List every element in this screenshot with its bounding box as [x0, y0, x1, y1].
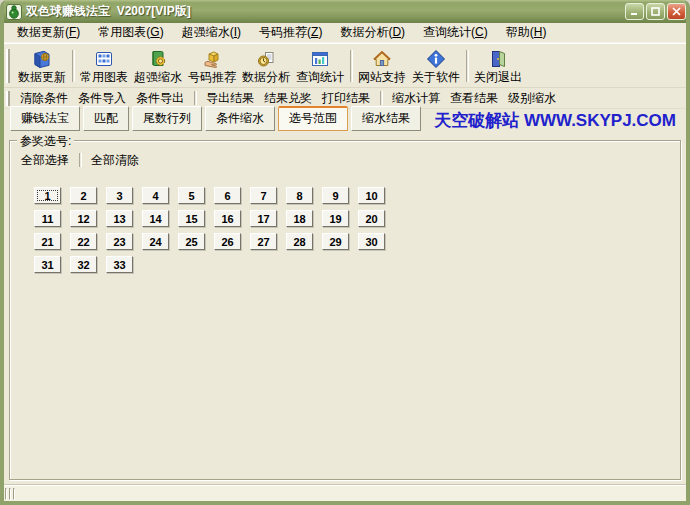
number-button[interactable]: 8 [286, 187, 313, 204]
website-support-icon [372, 48, 392, 69]
menu-item-label: 号码推荐 [259, 25, 307, 39]
website-support-button[interactable]: 网站支持 [355, 46, 409, 86]
menu-item-label: 超强缩水 [182, 25, 230, 39]
separator [194, 91, 196, 105]
tab-number-range[interactable]: 选号范围 [278, 106, 348, 131]
menu-item-mnemonic: H [530, 25, 547, 39]
brand-text: 天空破解站 WWW.SKYPJ.COM [434, 109, 682, 132]
number-button[interactable]: 30 [358, 233, 385, 250]
menu-data-update[interactable]: 数据更新F [8, 22, 89, 43]
number-button[interactable]: 4 [142, 187, 169, 204]
minimize-button[interactable] [625, 3, 644, 20]
menu-number-recommend[interactable]: 号码推荐Z [250, 22, 331, 43]
number-button[interactable]: 20 [358, 210, 385, 227]
toolbar-button-label: 常用图表 [80, 70, 128, 84]
number-button[interactable]: 25 [178, 233, 205, 250]
number-button[interactable]: 1 [34, 187, 61, 204]
tab-match[interactable]: 匹配 [83, 106, 129, 131]
query-stats-button[interactable]: 查询统计 [293, 46, 347, 86]
number-grid: 1 2 3 4 5 6 7 8 9 10 [34, 187, 680, 279]
number-button[interactable]: 7 [250, 187, 277, 204]
menu-data-analysis[interactable]: 数据分析D [331, 22, 414, 43]
toolbar-gripper[interactable] [6, 49, 13, 83]
main-toolbar: 数据更新 常用图表 超强缩水 号码推荐 [4, 43, 686, 88]
about-software-button[interactable]: 关于软件 [409, 46, 463, 86]
level-shrink-button[interactable]: 级别缩水 [503, 88, 561, 109]
toolbar-button-label: 号码推荐 [188, 70, 236, 84]
number-button[interactable]: 12 [70, 210, 97, 227]
app-icon [6, 4, 22, 20]
menu-item-mnemonic: F [65, 25, 80, 39]
content-area: 参奖选号: 全部选择 全部清除 1 2 3 4 5 [4, 131, 686, 485]
separator [350, 50, 352, 82]
tab-money-treasure[interactable]: 赚钱法宝 [10, 106, 80, 131]
number-button[interactable]: 18 [286, 210, 313, 227]
prize-number-groupbox: 参奖选号: 全部选择 全部清除 1 2 3 4 5 [9, 140, 681, 480]
menu-help[interactable]: 帮助H [497, 22, 556, 43]
menu-item-mnemonic: I [230, 25, 241, 39]
number-button[interactable]: 33 [106, 256, 133, 273]
tab-condition-shrink[interactable]: 条件缩水 [205, 106, 275, 131]
tab-shrink-results[interactable]: 缩水结果 [351, 106, 421, 131]
menu-item-label: 数据分析 [340, 25, 388, 39]
number-button[interactable]: 29 [322, 233, 349, 250]
menu-item-label: 查询统计 [423, 25, 471, 39]
status-bar [4, 485, 686, 501]
number-recommend-button[interactable]: 号码推荐 [185, 46, 239, 86]
number-button[interactable]: 2 [70, 187, 97, 204]
number-button[interactable]: 23 [106, 233, 133, 250]
menu-super-shrink[interactable]: 超强缩水I [173, 22, 250, 43]
number-button[interactable]: 32 [70, 256, 97, 273]
view-results-button[interactable]: 查看结果 [445, 88, 503, 109]
number-button[interactable]: 22 [70, 233, 97, 250]
menu-query-stats[interactable]: 查询统计C [414, 22, 497, 43]
number-button[interactable]: 15 [178, 210, 205, 227]
toolbar-button-label: 数据分析 [242, 70, 290, 84]
common-charts-button[interactable]: 常用图表 [77, 46, 131, 86]
close-button[interactable] [667, 3, 686, 20]
number-button[interactable]: 28 [286, 233, 313, 250]
number-button[interactable]: 17 [250, 210, 277, 227]
toolbar-button-label: 网站支持 [358, 70, 406, 84]
super-shrink-icon [148, 48, 168, 69]
number-button[interactable]: 21 [34, 233, 61, 250]
select-all-button[interactable]: 全部选择 [16, 150, 74, 171]
about-software-icon [426, 48, 446, 69]
data-analysis-icon [256, 48, 276, 69]
number-button[interactable]: 11 [34, 210, 61, 227]
window-title: 双色球赚钱法宝 V2007[VIP版] [26, 3, 621, 20]
number-button[interactable]: 10 [358, 187, 385, 204]
toolbar-button-label: 超强缩水 [134, 70, 182, 84]
menu-item-mnemonic: Z [307, 25, 322, 39]
number-button[interactable]: 5 [178, 187, 205, 204]
number-button[interactable]: 26 [214, 233, 241, 250]
super-shrink-button[interactable]: 超强缩水 [131, 46, 185, 86]
common-charts-icon [94, 48, 114, 69]
number-button[interactable]: 13 [106, 210, 133, 227]
toolbar-gripper[interactable] [6, 91, 13, 106]
clear-all-button[interactable]: 全部清除 [86, 150, 144, 171]
number-button[interactable]: 24 [142, 233, 169, 250]
number-button[interactable]: 9 [322, 187, 349, 204]
menu-common-charts[interactable]: 常用图表G [89, 22, 172, 43]
number-recommend-icon [202, 48, 222, 69]
number-button[interactable]: 27 [250, 233, 277, 250]
menu-item-label: 数据更新 [17, 25, 65, 39]
number-button[interactable]: 3 [106, 187, 133, 204]
number-button[interactable]: 14 [142, 210, 169, 227]
number-button[interactable]: 31 [34, 256, 61, 273]
data-update-button[interactable]: 数据更新 [15, 46, 69, 86]
number-button[interactable]: 16 [214, 210, 241, 227]
number-button[interactable]: 6 [214, 187, 241, 204]
separator [79, 153, 81, 167]
tab-tail-rows[interactable]: 尾数行列 [132, 106, 202, 131]
toolbar-button-label: 关于软件 [412, 70, 460, 84]
maximize-button[interactable] [646, 3, 665, 20]
separator [466, 50, 468, 82]
data-analysis-button[interactable]: 数据分析 [239, 46, 293, 86]
separator [72, 50, 74, 82]
exit-button[interactable]: 关闭退出 [471, 46, 525, 86]
menu-item-mnemonic: C [471, 25, 488, 39]
number-button[interactable]: 19 [322, 210, 349, 227]
toolbar-button-label: 关闭退出 [474, 70, 522, 84]
